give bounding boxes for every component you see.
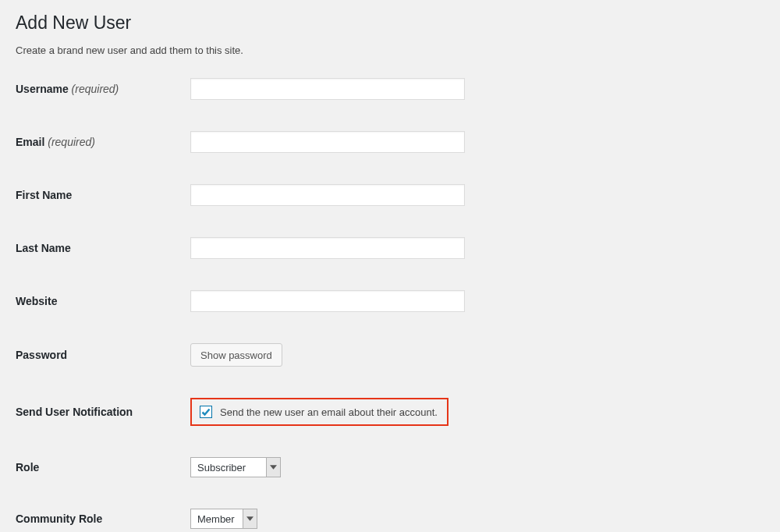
community-role-select-button[interactable]	[243, 509, 257, 528]
role-label: Role	[16, 461, 190, 473]
email-label-text: Email	[16, 136, 44, 148]
community-role-select-value: Member	[191, 509, 243, 528]
last-name-label: Last Name	[16, 242, 190, 254]
username-input[interactable]	[190, 78, 465, 100]
website-label: Website	[16, 295, 190, 307]
community-role-label: Community Role	[16, 512, 190, 525]
last-name-input[interactable]	[190, 237, 465, 259]
page-title: Add New User	[16, 8, 764, 34]
notification-checkbox[interactable]	[200, 406, 212, 418]
notification-label: Send User Notification	[16, 406, 190, 418]
chevron-down-icon	[270, 465, 277, 470]
notification-checkbox-label: Send the new user an email about their a…	[220, 406, 438, 418]
email-input[interactable]	[190, 131, 465, 153]
notification-highlight-box: Send the new user an email about their a…	[190, 398, 448, 426]
first-name-input[interactable]	[190, 184, 465, 206]
website-input[interactable]	[190, 290, 465, 312]
svg-marker-0	[270, 465, 277, 469]
role-select[interactable]: Subscriber	[190, 457, 281, 477]
show-password-button[interactable]: Show password	[190, 343, 282, 367]
username-label-text: Username	[16, 83, 69, 95]
chevron-down-icon	[246, 516, 254, 521]
role-select-value: Subscriber	[191, 458, 266, 477]
community-role-select[interactable]: Member	[190, 509, 257, 529]
password-label: Password	[16, 349, 190, 361]
username-label: Username (required)	[16, 83, 190, 95]
email-required-text: (required)	[48, 136, 95, 148]
username-required-text: (required)	[72, 83, 119, 95]
role-select-button[interactable]	[266, 458, 280, 477]
first-name-label: First Name	[16, 189, 190, 201]
svg-marker-1	[246, 516, 254, 520]
checkmark-icon	[201, 407, 211, 417]
page-description: Create a brand new user and add them to …	[16, 44, 764, 56]
email-label: Email (required)	[16, 136, 190, 148]
